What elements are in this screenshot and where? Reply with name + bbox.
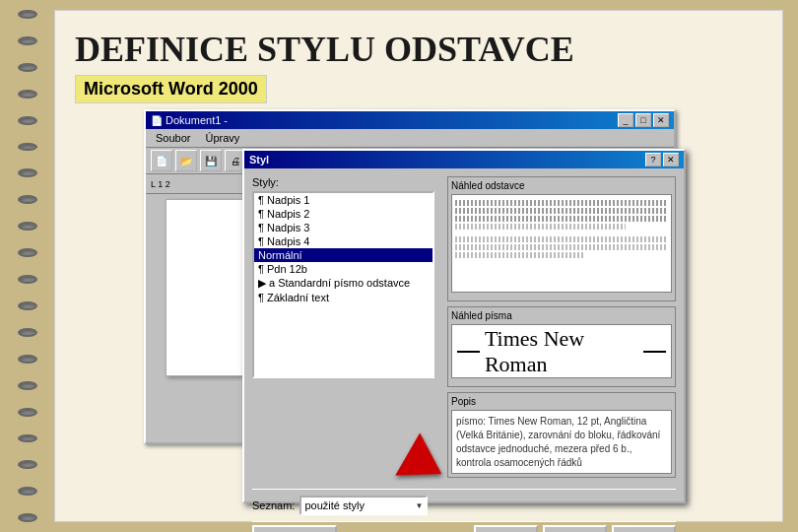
font-preview-line-left (457, 351, 480, 353)
spiral-hole (18, 248, 37, 257)
description-box: písmo: Times New Roman, 12 pt, Angličtin… (451, 410, 672, 474)
dialog-titlebar-buttons: ? ✕ (645, 153, 679, 166)
edit-button[interactable]: Upravit... (543, 525, 607, 532)
dialog-list-row: Seznam: použité styly ▼ (244, 493, 684, 518)
spiral-hole (18, 63, 37, 72)
style-item-zakladni[interactable]: ¶ Základní text (254, 291, 432, 304)
style-item-nadpis2[interactable]: ¶ Nadpis 2 (254, 207, 432, 221)
style-item-nadpis1[interactable]: ¶ Nadpis 1 (254, 193, 432, 207)
page-subtitle: Microsoft Word 2000 (75, 75, 267, 103)
word-titlebar: 📄 Dokument1 - _ □ ✕ (146, 111, 674, 129)
list-select-value: použité styly (304, 499, 365, 511)
word-title: 📄 Dokument1 - (151, 114, 228, 126)
dialog-separator-1 (252, 489, 676, 490)
button-row-left: Organizátor... Nový... Upravit... Odstra… (244, 525, 684, 532)
toolbar-btn-new[interactable]: 📄 (151, 150, 172, 171)
dialog-separator-2 (252, 521, 676, 522)
dialog-container: 📄 Dokument1 - _ □ ✕ Soubor Úpravy 📄 📂 💾 … (144, 109, 715, 494)
dialog-help-button[interactable]: ? (645, 153, 661, 166)
select-arrow-icon: ▼ (416, 501, 424, 510)
preview-panel: Náhled odstavce (447, 176, 676, 478)
styles-panel: Styly: ¶ Nadpis 1 ¶ Nadpis 2 ¶ Nadpis 3 … (252, 176, 439, 478)
preview-paragraph-box (451, 194, 672, 293)
spiral-binding (18, 10, 47, 522)
spiral-hole (18, 301, 37, 310)
spiral-hole (18, 355, 37, 364)
close-button[interactable]: ✕ (653, 113, 669, 127)
spiral-hole (18, 143, 37, 152)
dialog-close-button[interactable]: ✕ (663, 153, 679, 166)
font-preview-line-right (643, 351, 666, 353)
style-item-standardni[interactable]: ▶ a Standardní písmo odstavce (254, 276, 432, 291)
menu-upravy[interactable]: Úpravy (200, 131, 244, 145)
spiral-hole (18, 328, 37, 337)
dialog-main-row: Styly: ¶ Nadpis 1 ¶ Nadpis 2 ¶ Nadpis 3 … (252, 176, 676, 478)
minimize-button[interactable]: _ (618, 113, 633, 127)
menu-soubor[interactable]: Soubor (151, 131, 195, 145)
spiral-hole (18, 408, 37, 417)
spiral-hole (18, 36, 37, 45)
page-title: DEFINICE STYLU ODSTAVCE (55, 11, 782, 75)
maximize-button[interactable]: □ (635, 113, 651, 127)
font-preview-text: Times New Roman (485, 326, 638, 377)
preview-paragraph-label: Náhled odstavce (451, 180, 672, 191)
spiral-hole (18, 434, 37, 443)
content-area: DEFINICE STYLU ODSTAVCE Microsoft Word 2… (54, 10, 783, 522)
styles-panel-label: Styly: (252, 176, 439, 188)
dialog-titlebar: Styl ? ✕ (244, 151, 684, 168)
dialog-body: Styly: ¶ Nadpis 1 ¶ Nadpis 2 ¶ Nadpis 3 … (244, 168, 684, 486)
delete-button[interactable]: Odstranit (612, 525, 676, 532)
style-dialog: Styl ? ✕ Styly: ¶ Nadpis 1 ¶ Nadpis 2 ¶ … (242, 149, 686, 503)
word-menubar: Soubor Úpravy (146, 129, 674, 148)
description-text: písmo: Times New Roman, 12 pt, Angličtin… (456, 416, 660, 468)
spiral-hole (18, 222, 37, 231)
style-item-pdn12b[interactable]: ¶ Pdn 12b (254, 262, 432, 276)
styles-listbox[interactable]: ¶ Nadpis 1 ¶ Nadpis 2 ¶ Nadpis 3 ¶ Nadpi… (252, 191, 434, 378)
list-label: Seznam: (252, 499, 295, 511)
word-titlebar-buttons: _ □ ✕ (618, 113, 669, 127)
spiral-hole (18, 513, 37, 522)
spiral-hole (18, 168, 37, 177)
dialog-title: Styl (249, 154, 269, 166)
spiral-hole (18, 195, 37, 204)
font-preview-box: Times New Roman (451, 324, 672, 378)
toolbar-btn-open[interactable]: 📂 (175, 150, 197, 171)
description-section: Popis písmo: Times New Roman, 12 pt, Ang… (447, 392, 676, 478)
spiral-hole (18, 381, 37, 390)
spiral-hole (18, 10, 37, 19)
spiral-hole (18, 275, 37, 284)
preview-paragraph-lines (455, 200, 668, 258)
preview-font-section: Náhled písma Times New Roman (447, 306, 676, 387)
list-select[interactable]: použité styly ▼ (299, 496, 428, 515)
description-label: Popis (451, 396, 672, 407)
spiral-hole (18, 90, 37, 99)
preview-font-label: Náhled písma (451, 310, 672, 321)
spiral-hole (18, 460, 37, 469)
style-item-nadpis4[interactable]: ¶ Nadpis 4 (254, 234, 432, 248)
preview-paragraph-section: Náhled odstavce (447, 176, 676, 301)
toolbar-btn-save[interactable]: 💾 (200, 150, 222, 171)
style-item-normalni[interactable]: Normální (254, 248, 432, 262)
organizer-button[interactable]: Organizátor... (252, 525, 337, 532)
spiral-hole (18, 116, 37, 125)
new-button[interactable]: Nový... (474, 525, 538, 532)
spiral-hole (18, 487, 37, 496)
style-item-nadpis3[interactable]: ¶ Nadpis 3 (254, 221, 432, 234)
